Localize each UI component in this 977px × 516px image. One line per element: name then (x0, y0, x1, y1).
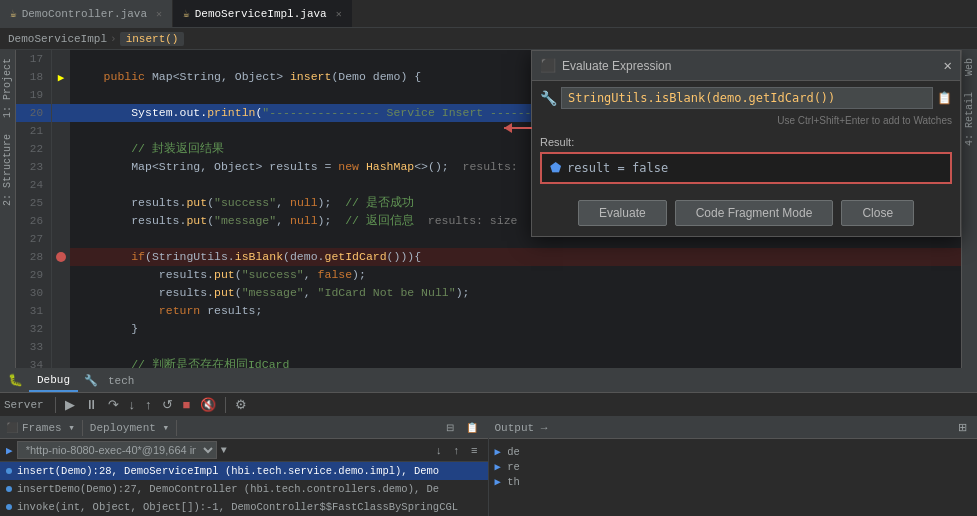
line-content: results.put("message", null); // 返回信息 re… (70, 212, 517, 230)
frame-bullet-icon (6, 486, 12, 492)
tab-close-icon[interactable]: ✕ (156, 8, 162, 20)
list-item[interactable]: insert(Demo):28, DemoServiceImpl (hbi.te… (0, 462, 488, 480)
tab-democontroller[interactable]: ☕ DemoController.java ✕ (0, 0, 173, 27)
tech-tab[interactable]: tech (100, 369, 142, 392)
resume-button[interactable]: ▶ (61, 395, 79, 414)
table-row: 32 } (16, 320, 961, 338)
wrench-icon: 🔧 (84, 374, 98, 387)
thread-nav-up[interactable]: ↑ (450, 442, 464, 458)
output-text: th (507, 476, 520, 488)
output-expand-button[interactable]: ⊞ (954, 419, 971, 436)
frame-label: insert(Demo):28, DemoServiceImpl (hbi.te… (17, 465, 439, 477)
thread-selector-row: ▶ *http-nio-8080-exec-40*@19,664 in grou… (0, 439, 488, 462)
sidebar-item-web[interactable]: Web (962, 50, 977, 84)
line-number: 27 (16, 230, 52, 248)
line-gutter (52, 212, 70, 230)
table-row: 30 results.put("message", "IdCard Not be… (16, 284, 961, 302)
step-over-button[interactable]: ↷ (104, 395, 123, 414)
breadcrumb-method[interactable]: insert() (120, 32, 185, 46)
rerun-button[interactable]: ↺ (158, 395, 177, 414)
sidebar-item-retail[interactable]: 4: Retail (962, 84, 977, 154)
line-gutter (52, 302, 70, 320)
line-number: 22 (16, 140, 52, 158)
line-number: 34 (16, 356, 52, 368)
watches-hint: Use Ctrl+Shift+Enter to add to Watches (532, 115, 960, 130)
arrow-line (504, 127, 532, 129)
line-gutter (52, 320, 70, 338)
line-gutter-debug: ▶ (52, 68, 70, 86)
close-dialog-button[interactable]: ✕ (944, 57, 952, 74)
frames-filter-button[interactable]: ⊟ (442, 420, 458, 435)
frames-panel: ⬛ Frames ▾ Deployment ▾ ⊟ 📋 ▶ *http-nio (0, 417, 489, 516)
table-row: 28 if(StringUtils.isBlank(demo.getIdCard… (16, 248, 961, 266)
list-item[interactable]: invoke(int, Object, Object[]):-1, DemoCo… (0, 498, 488, 516)
step-into-button[interactable]: ↓ (125, 395, 140, 414)
sidebar-item-structure[interactable]: 2: Structure (0, 126, 15, 214)
line-number: 24 (16, 176, 52, 194)
line-content (70, 122, 76, 140)
line-content (70, 176, 76, 194)
tab-close-icon-2[interactable]: ✕ (336, 8, 342, 20)
output-content: ▶ de ▶ re ▶ th (489, 439, 978, 494)
output-line: ▶ de (495, 445, 972, 458)
sidebar-item-project[interactable]: 1: Project (0, 50, 15, 126)
server-label: Server (4, 399, 44, 411)
frame-label: invoke(int, Object, Object[]):-1, DemoCo… (17, 501, 458, 513)
thread-nav-down[interactable]: ↓ (432, 442, 446, 458)
breadcrumb-class[interactable]: DemoServiceImpl (8, 33, 107, 45)
line-number: 33 (16, 338, 52, 356)
editor-section: 1: Project 2: Structure 17 18 ▶ pu (0, 50, 977, 368)
line-gutter (52, 194, 70, 212)
settings-button[interactable]: ⚙ (231, 395, 251, 414)
line-gutter (52, 50, 70, 68)
output-bullet: ▶ (495, 461, 508, 473)
result-section: Result: ⬟ result = false (532, 130, 960, 190)
frame-bullet-icon (6, 468, 12, 474)
debug-rows-area: ⬛ Frames ▾ Deployment ▾ ⊟ 📋 ▶ *http-nio (0, 417, 977, 516)
list-item[interactable]: insertDemo(Demo):27, DemoController (hbi… (0, 480, 488, 498)
frames-header-label: Frames ▾ (22, 421, 75, 434)
output-header-label: Output → (495, 422, 548, 434)
line-content: if(StringUtils.isBlank(demo.getIdCard())… (70, 248, 421, 266)
close-button[interactable]: Close (841, 200, 914, 226)
expression-input[interactable] (561, 87, 933, 109)
line-content: public Map<String, Object> insert(Demo d… (70, 68, 421, 86)
toolbar-sep-2 (225, 397, 226, 413)
line-number: 20 (16, 104, 52, 122)
pause-button[interactable]: ⏸ (81, 395, 102, 414)
result-icon: ⬟ (550, 160, 561, 176)
debug-panel: 🐛 Debug 🔧 tech Server ▶ ⏸ ↷ ↓ ↑ ↺ ■ 🔇 ⚙ (0, 368, 977, 516)
copy-expression-button[interactable]: 📋 (937, 91, 952, 106)
frames-icon: ⬛ (6, 422, 18, 434)
frames-copy-button[interactable]: 📋 (462, 420, 482, 435)
code-fragment-mode-button[interactable]: Code Fragment Mode (675, 200, 834, 226)
line-gutter (52, 104, 70, 122)
output-bullet: ▶ (495, 476, 508, 488)
line-number: 25 (16, 194, 52, 212)
line-number: 31 (16, 302, 52, 320)
thread-icon: ▶ (6, 444, 13, 457)
breadcrumb: DemoServiceImpl › insert() (0, 28, 977, 50)
thread-filter-btn[interactable]: ≡ (467, 442, 481, 458)
expression-input-row: 🔧 📋 (532, 81, 960, 115)
line-gutter-breakpoint (52, 248, 70, 266)
step-out-button[interactable]: ↑ (141, 395, 156, 414)
output-panel: Output → ⊞ ▶ de ▶ re ▶ th (489, 417, 978, 516)
stop-button[interactable]: ■ (179, 395, 195, 414)
tab-demoserviceimpl[interactable]: ☕ DemoServiceImpl.java ✕ (173, 0, 353, 27)
line-content (70, 230, 76, 248)
left-side-labels: 1: Project 2: Structure (0, 50, 16, 368)
frames-toolbar-icons: ⊟ 📋 (442, 420, 482, 435)
mute-button[interactable]: 🔇 (196, 395, 220, 414)
tab-label-2: DemoServiceImpl.java (195, 8, 327, 20)
evaluate-button[interactable]: Evaluate (578, 200, 667, 226)
line-number: 29 (16, 266, 52, 284)
frame-bullet-icon (6, 504, 12, 510)
output-text: de (507, 446, 520, 458)
dropdown-arrow-icon: ▼ (221, 445, 227, 456)
line-content (70, 50, 76, 68)
debug-tab[interactable]: Debug (29, 369, 78, 392)
dialog-header: ⬛ Evaluate Expression ✕ (532, 51, 960, 81)
thread-dropdown[interactable]: *http-nio-8080-exec-40*@19,664 in group … (17, 441, 217, 459)
line-gutter (52, 284, 70, 302)
